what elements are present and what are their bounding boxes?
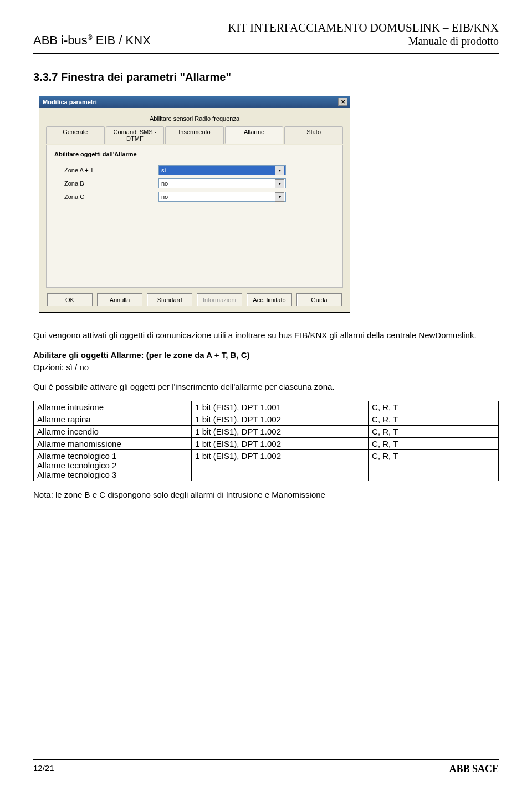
dialog-modifica-parametri: Modifica parametri ✕ Abilitare sensori R…: [39, 96, 350, 313]
dialog-titlebar[interactable]: Modifica parametri ✕: [39, 96, 350, 108]
cell-c1: Allarme rapina: [34, 413, 192, 426]
label-zona-b: Zona B: [54, 180, 158, 187]
options-label: Opzioni:: [33, 362, 66, 372]
row-zona-b: Zona B no ▾: [54, 178, 335, 188]
acc-limitato-button[interactable]: Acc. limitato: [247, 293, 292, 306]
footer: 12/21 ABB SACE: [33, 759, 499, 775]
row-zone-a-t: Zone A + T sì ▾: [54, 165, 335, 175]
cell-c1: Allarme incendio: [34, 426, 192, 438]
header-left: ABB i-bus® EIB / KNX: [33, 33, 151, 48]
paragraph-note: Nota: le zone B e C dispongono solo degl…: [33, 489, 499, 501]
section-heading: 3.3.7 Finestra dei parametri "Allarme": [33, 71, 499, 84]
cell-c2: 1 bit (EIS1), DPT 1.002: [192, 438, 369, 450]
cell-c3: C, R, T: [369, 450, 499, 481]
table-row: Allarme tecnologico 1 Allarme tecnologic…: [34, 450, 499, 481]
row-zona-c: Zona C no ▾: [54, 192, 335, 202]
label-zona-c: Zona C: [54, 193, 158, 200]
standard-button[interactable]: Standard: [147, 293, 192, 306]
dropdown-zona-b[interactable]: no ▾: [158, 178, 286, 188]
dialog-button-bar: OK Annulla Standard Informazioni Acc. li…: [46, 293, 343, 306]
table-row: Allarme intrusione 1 bit (EIS1), DPT 1.0…: [34, 401, 499, 413]
dialog-top-label: Abilitare sensori Radio frequenza: [46, 112, 343, 126]
alarm-table: Allarme intrusione 1 bit (EIS1), DPT 1.0…: [33, 401, 499, 481]
dialog-tabs: Generale Comandi SMS - DTMF Inserimento …: [46, 126, 343, 144]
header-left-b: EIB / KNX: [93, 33, 151, 47]
header-right-line1: KIT INTERFACCIAMENTO DOMUSLINK – EIB/KNX: [228, 21, 499, 35]
cell-c3: C, R, T: [369, 413, 499, 426]
cell-c3: C, R, T: [369, 426, 499, 438]
options-si: sì: [66, 362, 73, 372]
header-reg: ®: [88, 34, 93, 42]
close-icon[interactable]: ✕: [338, 98, 347, 106]
tab-allarme[interactable]: Allarme: [225, 126, 284, 144]
ok-button[interactable]: OK: [47, 293, 93, 306]
chevron-down-icon[interactable]: ▾: [275, 192, 284, 202]
tab-inserimento[interactable]: Inserimento: [165, 126, 224, 144]
informazioni-button: Informazioni: [197, 293, 242, 306]
annulla-button[interactable]: Annulla: [97, 293, 142, 306]
cell-c2: 1 bit (EIS1), DPT 1.002: [192, 426, 369, 438]
dialog-panel: Abilitare oggetti dall'Allarme Zone A + …: [46, 145, 343, 288]
cell-c2: 1 bit (EIS1), DPT 1.002: [192, 413, 369, 426]
tab-generale[interactable]: Generale: [46, 126, 105, 144]
label-zone-a-t: Zone A + T: [54, 167, 158, 173]
tab-stato[interactable]: Stato: [284, 126, 343, 144]
cell-c3: C, R, T: [369, 438, 499, 450]
page-number: 12/21: [33, 763, 54, 775]
header-bar: ABB i-bus® EIB / KNX KIT INTERFACCIAMENT…: [33, 21, 499, 48]
paragraph-desc: Qui è possibile attivare gli oggetti per…: [33, 381, 499, 393]
header-right-line2: Manuale di prodotto: [228, 35, 499, 48]
table-row: Allarme manomissione 1 bit (EIS1), DPT 1…: [34, 438, 499, 450]
paragraph-options: Abilitare gli oggetti Allarme: (per le z…: [33, 349, 499, 374]
cell-c1: Allarme tecnologico 1 Allarme tecnologic…: [34, 450, 192, 481]
paragraph-intro: Qui vengono attivati gli oggetti di comu…: [33, 329, 499, 341]
cell-c1: Allarme manomissione: [34, 438, 192, 450]
options-rest: / no: [73, 362, 89, 372]
table-row: Allarme rapina 1 bit (EIS1), DPT 1.002 C…: [34, 413, 499, 426]
dropdown-value-zona-b: no: [161, 180, 168, 187]
dropdown-value-zona-c: no: [161, 193, 168, 200]
cell-c3: C, R, T: [369, 401, 499, 413]
table-row: Allarme incendio 1 bit (EIS1), DPT 1.002…: [34, 426, 499, 438]
dropdown-zone-a-t[interactable]: sì ▾: [158, 165, 286, 175]
chevron-down-icon[interactable]: ▾: [275, 179, 284, 188]
dialog-title: Modifica parametri: [43, 99, 97, 105]
header-rule: [33, 53, 499, 54]
panel-title: Abilitare oggetti dall'Allarme: [54, 151, 335, 157]
cell-c2: 1 bit (EIS1), DPT 1.001: [192, 401, 369, 413]
chevron-down-icon[interactable]: ▾: [275, 166, 284, 175]
guida-button[interactable]: Guida: [296, 293, 342, 306]
tab-comandi-sms-dtmf[interactable]: Comandi SMS - DTMF: [106, 126, 165, 144]
options-bold: Abilitare gli oggetti Allarme: (per le z…: [33, 350, 249, 360]
cell-c1: Allarme intrusione: [34, 401, 192, 413]
cell-c2: 1 bit (EIS1), DPT 1.002: [192, 450, 369, 481]
footer-brand: ABB SACE: [449, 763, 499, 775]
header-left-a: ABB i-bus: [33, 33, 88, 47]
dropdown-value-zone-a-t: sì: [161, 167, 166, 173]
dropdown-zona-c[interactable]: no ▾: [158, 192, 286, 202]
header-right: KIT INTERFACCIAMENTO DOMUSLINK – EIB/KNX…: [228, 21, 499, 48]
